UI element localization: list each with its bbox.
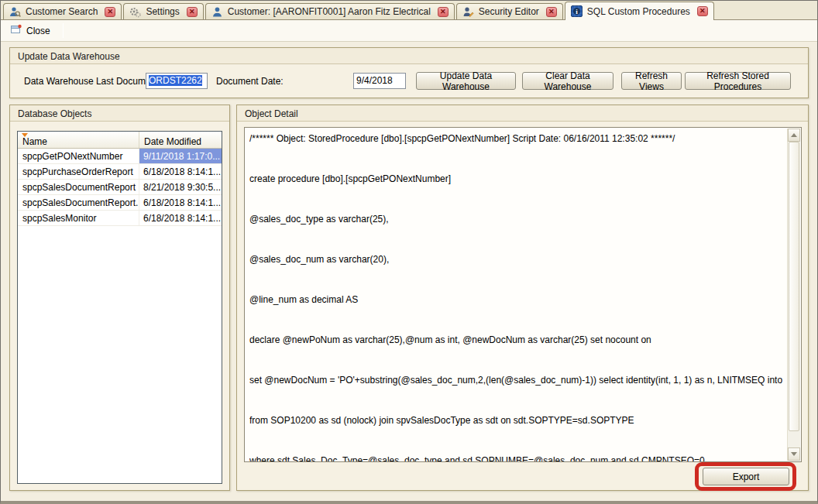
settings-icon: [129, 6, 141, 18]
cell-date-modified[interactable]: 9/11/2018 1:17:0...: [139, 149, 222, 163]
sql-line: declare @newPoNum as varchar(25),@num as…: [249, 330, 782, 350]
cell-name[interactable]: spcpSalesDocumentReport...: [18, 195, 139, 210]
sql-line: from SOP10200 as sd (nolock) join spvSal…: [249, 410, 782, 430]
sql-line: where sdt.Sales_Doc_Type=@sales_doc_type…: [249, 451, 782, 462]
tab-close-icon[interactable]: ✕: [546, 7, 557, 17]
toolbar: Close: [1, 20, 817, 42]
sort-descending-icon: [22, 133, 28, 137]
sql-line: @line_num as decimal AS: [249, 290, 782, 310]
column-header-date-label: Date Modified: [144, 136, 201, 147]
sql-line: [249, 229, 782, 249]
update-data-warehouse-button[interactable]: Update Data Warehouse: [416, 72, 516, 90]
close-button-label: Close: [26, 26, 50, 36]
table-row[interactable]: spcpGetPONextNumber9/11/2018 1:17:0...: [18, 149, 222, 164]
sql-line: @sales_doc_type as varchar(25),: [249, 209, 782, 229]
table-row[interactable]: spcpPurchaseOrderReport6/18/2018 8:14:1.…: [18, 164, 222, 180]
sql-line: [249, 390, 782, 410]
table-row[interactable]: spcpSalesDocumentReport...6/18/2018 8:14…: [18, 195, 222, 211]
cell-date-modified[interactable]: 8/21/2018 9:30:5...: [139, 180, 222, 194]
update-data-warehouse-group: Update Data Warehouse Data Warehouse Las…: [9, 47, 809, 98]
tab-label: Security Editor: [479, 6, 539, 17]
document-date-label: Document Date:: [216, 76, 284, 87]
last-document-label: Data Warehouse Last Document: [24, 76, 159, 87]
object-detail-title: Object Detail: [237, 105, 808, 122]
table-body: spcpGetPONextNumber9/11/2018 1:17:0...sp…: [18, 149, 222, 226]
column-header-date-modified[interactable]: Date Modified: [139, 132, 222, 148]
cell-name[interactable]: spcpSalesMonitor: [18, 211, 139, 225]
database-objects-title: Database Objects: [10, 105, 229, 122]
tab-sql-custom-procedures[interactable]: iSQL Custom Procedures✕: [565, 2, 714, 20]
sql-line: [249, 310, 782, 330]
tab-security-editor[interactable]: Security Editor✕: [456, 3, 563, 19]
clear-data-warehouse-button[interactable]: Clear Data Warehouse: [522, 72, 614, 90]
column-header-name-label: Name: [22, 136, 47, 147]
database-objects-table: Name Date Modified spcpGetPONextNumber9/…: [17, 131, 222, 484]
customer-icon: [211, 6, 223, 18]
database-objects-group: Database Objects Name Date Modified spcp…: [9, 105, 230, 491]
sql-line: [249, 189, 782, 209]
tab-settings[interactable]: Settings✕: [123, 3, 203, 19]
sql-line: [249, 149, 782, 169]
cell-name[interactable]: spcpSalesDocumentReport: [18, 180, 139, 194]
toolbar-separator: [63, 23, 64, 38]
vertical-scrollbar[interactable]: [787, 129, 800, 461]
table-row[interactable]: spcpSalesDocumentReport8/21/2018 9:30:5.…: [18, 180, 222, 195]
tab-label: Settings: [146, 6, 179, 17]
document-date-input[interactable]: 9/4/2018: [353, 73, 406, 89]
tab-customer-aaronfit0001-aaron-fitz-electrical[interactable]: Customer: [AARONFIT0001] Aaron Fitz Elec…: [205, 3, 455, 19]
tab-customer-search[interactable]: Customer Search✕: [3, 3, 122, 19]
tab-label: Customer Search: [26, 6, 98, 17]
window-close-icon: [11, 24, 22, 37]
sql-line: /****** Object: StoredProcedure [dbo].[s…: [249, 129, 782, 149]
info-icon: i: [571, 5, 583, 17]
sql-line: @sales_doc_num as varchar(20),: [249, 249, 782, 269]
update-data-warehouse-title: Update Data Warehouse: [10, 48, 808, 64]
tab-label: Customer: [AARONFIT0001] Aaron Fitz Elec…: [228, 6, 431, 17]
sql-line: set @newDocNum = 'PO'+substring(@sales_d…: [249, 370, 782, 390]
cell-date-modified[interactable]: 6/18/2018 8:14:1...: [139, 211, 222, 225]
tab-close-icon[interactable]: ✕: [105, 7, 115, 17]
close-button[interactable]: Close: [6, 21, 58, 40]
refresh-stored-procedures-button[interactable]: Refresh Stored Procedures: [685, 72, 791, 90]
sql-script-text: /****** Object: StoredProcedure [dbo].[s…: [249, 129, 782, 462]
security-editor-icon: [462, 6, 474, 18]
sql-line: [249, 430, 782, 451]
sql-script-textarea[interactable]: /****** Object: StoredProcedure [dbo].[s…: [244, 127, 802, 462]
scroll-down-icon[interactable]: [788, 447, 800, 461]
column-header-name[interactable]: Name: [18, 132, 139, 148]
scroll-up-icon[interactable]: [788, 129, 800, 142]
cell-name[interactable]: spcpPurchaseOrderReport: [18, 164, 139, 179]
tab-close-icon[interactable]: ✕: [187, 7, 198, 17]
table-header: Name Date Modified: [18, 132, 222, 149]
customer-search-icon: [9, 6, 21, 18]
sql-line: [249, 269, 782, 290]
table-row[interactable]: spcpSalesMonitor6/18/2018 8:14:1...: [18, 211, 222, 226]
sql-line: create procedure [dbo].[spcpGetPONextNum…: [249, 169, 782, 189]
tab-bar: Customer Search✕Settings✕Customer: [AARO…: [1, 1, 817, 20]
tab-close-icon[interactable]: ✕: [697, 6, 708, 16]
scrollbar-thumb[interactable]: [789, 142, 799, 431]
tab-close-icon[interactable]: ✕: [438, 7, 449, 17]
last-document-value: ORDST2262: [149, 75, 202, 86]
export-button[interactable]: Export: [703, 468, 789, 485]
tab-label: SQL Custom Procedures: [587, 6, 690, 17]
sql-line: [249, 350, 782, 370]
cell-date-modified[interactable]: 6/18/2018 8:14:1...: [139, 195, 222, 210]
application-window: Customer Search✕Settings✕Customer: [AARO…: [0, 0, 818, 504]
last-document-input[interactable]: ORDST2262: [146, 73, 208, 89]
object-detail-group: Object Detail /****** Object: StoredProc…: [236, 105, 809, 491]
cell-date-modified[interactable]: 6/18/2018 8:14:1...: [139, 164, 222, 179]
document-date-value: 9/4/2018: [356, 75, 393, 86]
refresh-views-button[interactable]: Refresh Views: [621, 72, 682, 90]
cell-name[interactable]: spcpGetPONextNumber: [18, 149, 139, 163]
